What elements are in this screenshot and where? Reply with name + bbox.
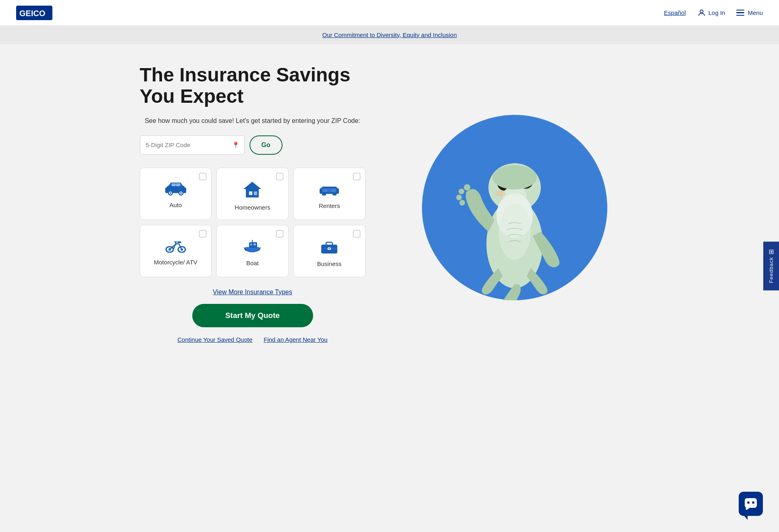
svg-rect-25: [331, 189, 336, 192]
left-section: The Insurance Savings You Expect See how…: [140, 64, 366, 343]
svg-point-55: [499, 204, 531, 260]
hero-subtitle: See how much you could save! Let's get s…: [140, 116, 366, 126]
language-link[interactable]: Español: [664, 9, 686, 16]
svg-point-53: [459, 200, 465, 206]
zip-input-row: 📍 Go: [140, 135, 366, 155]
motorcycle-checkbox[interactable]: [199, 230, 206, 237]
login-button[interactable]: Log In: [697, 8, 725, 17]
menu-button[interactable]: Menu: [736, 9, 763, 16]
zip-input[interactable]: [140, 135, 245, 155]
svg-rect-16: [254, 191, 257, 195]
renters-label: Renters: [319, 202, 340, 210]
insurance-card-auto[interactable]: Auto: [140, 168, 212, 220]
svg-rect-8: [176, 183, 180, 186]
insurance-card-renters[interactable]: Renters: [293, 168, 366, 220]
insurance-grid: Auto Homeowners: [140, 168, 366, 277]
zip-input-wrapper: 📍: [140, 135, 245, 155]
svg-marker-13: [243, 182, 261, 189]
page-title: The Insurance Savings You Expect: [140, 64, 366, 107]
insurance-card-motorcycle[interactable]: Motorcycle/ ATV: [140, 225, 212, 277]
business-label: Business: [317, 260, 342, 268]
feedback-tab[interactable]: Feedback ⊞: [763, 241, 779, 290]
homeowners-checkbox[interactable]: [276, 173, 283, 180]
svg-point-57: [496, 190, 505, 197]
homeowners-label: Homeowners: [235, 204, 270, 212]
geico-logo[interactable]: GEICO: [16, 6, 52, 20]
feedback-label: Feedback: [768, 257, 774, 283]
view-more-link[interactable]: View More Insurance Types: [140, 289, 366, 296]
chat-button[interactable]: [739, 492, 763, 516]
location-icon: 📍: [232, 141, 240, 149]
renters-checkbox[interactable]: [353, 173, 360, 180]
svg-rect-36: [326, 242, 332, 245]
boat-checkbox[interactable]: [276, 230, 283, 237]
right-section: [382, 64, 648, 343]
svg-point-52: [456, 195, 462, 200]
go-button[interactable]: Go: [249, 135, 283, 155]
auto-label: Auto: [169, 201, 182, 209]
insurance-card-business[interactable]: Business: [293, 225, 366, 277]
svg-point-50: [464, 184, 470, 191]
gecko-circle: [422, 115, 607, 300]
svg-rect-24: [323, 189, 328, 192]
svg-point-51: [459, 189, 464, 194]
gecko-illustration: [430, 107, 599, 300]
header: GEICO Español Log In Menu: [0, 0, 779, 26]
svg-point-30: [181, 248, 183, 251]
svg-point-54: [466, 191, 471, 196]
business-checkbox[interactable]: [353, 230, 360, 237]
saved-quote-link[interactable]: Continue Your Saved Quote: [177, 336, 252, 343]
svg-point-56: [492, 165, 537, 189]
business-icon: [320, 238, 339, 254]
find-agent-link[interactable]: Find an Agent Near You: [264, 336, 327, 343]
boat-label: Boat: [246, 259, 259, 267]
auto-icon: [165, 181, 186, 195]
svg-point-29: [168, 248, 171, 251]
svg-point-12: [180, 192, 182, 194]
boat-icon: [242, 238, 263, 254]
svg-rect-23: [332, 193, 337, 195]
insurance-card-boat[interactable]: Boat: [216, 225, 289, 277]
header-nav: Español Log In Menu: [664, 8, 763, 17]
auto-checkbox[interactable]: [199, 173, 206, 180]
svg-rect-28: [177, 241, 181, 243]
hamburger-icon: [736, 10, 744, 16]
svg-rect-58: [745, 498, 757, 508]
main-content: The Insurance Savings You Expect See how…: [108, 44, 672, 367]
motorcycle-icon: [165, 238, 186, 253]
renters-icon: [319, 181, 340, 196]
svg-point-11: [170, 192, 171, 194]
svg-rect-22: [322, 193, 326, 195]
start-quote-button[interactable]: Start My Quote: [192, 304, 313, 327]
insurance-card-homeowners[interactable]: Homeowners: [216, 168, 289, 220]
svg-rect-33: [253, 243, 256, 245]
svg-point-59: [747, 501, 750, 504]
bottom-links: Continue Your Saved Quote Find an Agent …: [140, 336, 366, 343]
svg-rect-39: [328, 248, 330, 249]
svg-rect-7: [172, 183, 176, 186]
svg-point-2: [700, 10, 703, 12]
diversity-banner: Our Commitment to Diversity, Equity and …: [0, 26, 779, 44]
diversity-link[interactable]: Our Commitment to Diversity, Equity and …: [322, 31, 457, 38]
svg-text:GEICO: GEICO: [19, 9, 45, 18]
svg-rect-17: [250, 193, 251, 195]
svg-point-60: [752, 501, 754, 504]
feedback-icon: ⊞: [767, 249, 775, 254]
home-icon: [243, 181, 262, 198]
motorcycle-label: Motorcycle/ ATV: [154, 258, 197, 266]
